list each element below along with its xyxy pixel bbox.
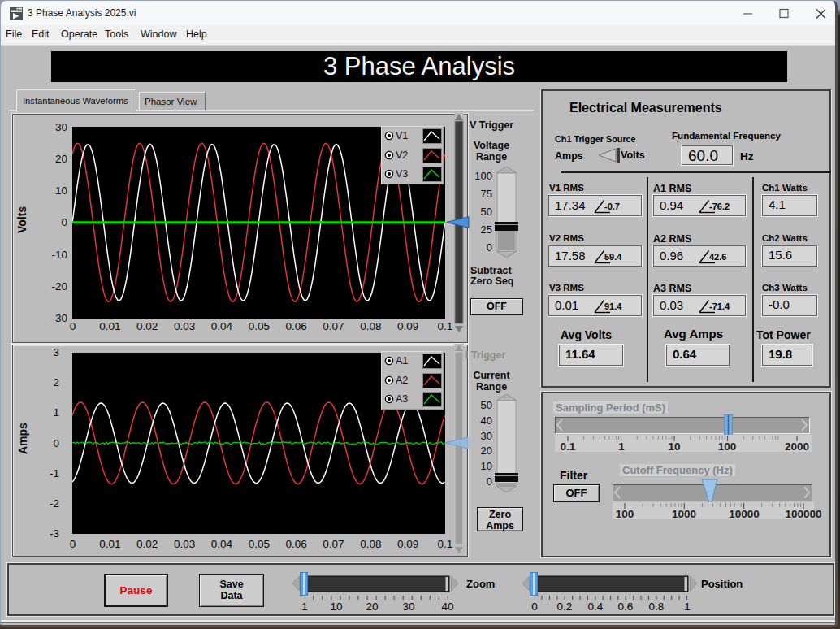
svg-text:-76.2: -76.2 xyxy=(709,202,730,211)
svg-text:-71.4: -71.4 xyxy=(709,301,730,311)
svg-text:59.4: 59.4 xyxy=(604,252,622,262)
svg-text:91.4: 91.4 xyxy=(604,301,622,311)
svg-text:-0.7: -0.7 xyxy=(604,202,620,211)
svg-text:42.6: 42.6 xyxy=(709,252,726,262)
